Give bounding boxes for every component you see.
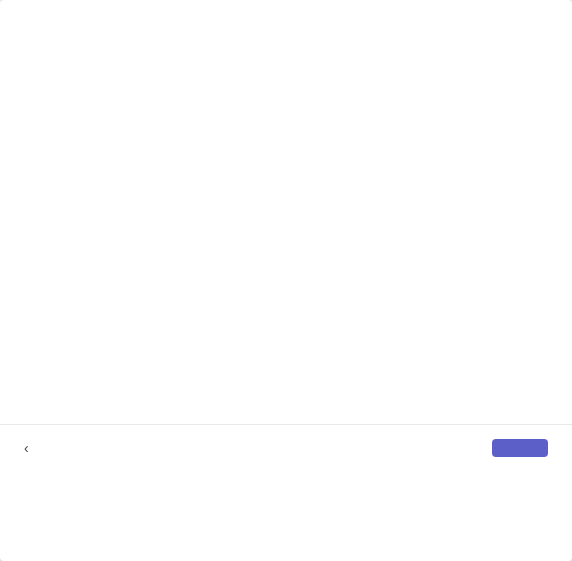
dialog-footer: ‹ <box>0 424 572 475</box>
back-chevron-icon: ‹ <box>24 440 29 456</box>
dialog-header <box>0 0 572 22</box>
dialog-description <box>0 22 572 44</box>
dialog: ‹ <box>0 0 572 561</box>
back-button[interactable]: ‹ <box>24 440 35 456</box>
group-list <box>0 44 572 424</box>
create-button[interactable] <box>492 439 548 457</box>
